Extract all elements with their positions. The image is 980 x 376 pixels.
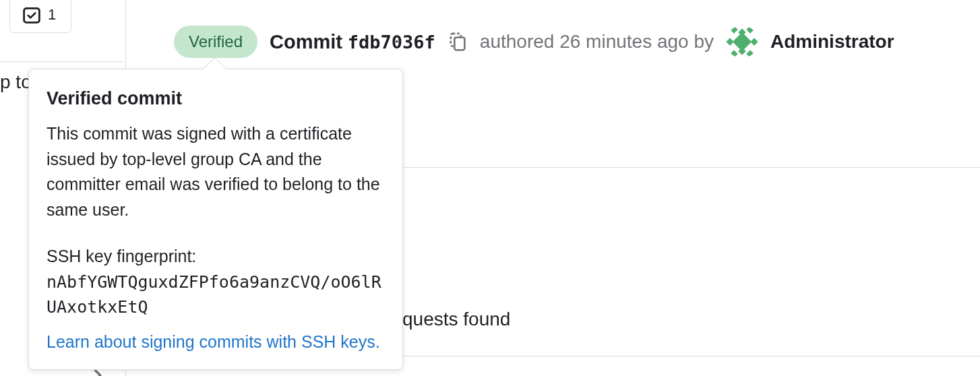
todo-button[interactable]: 1 <box>9 0 71 33</box>
authored-by: by <box>694 31 714 52</box>
commit-label: Commit fdb7036f <box>270 31 435 53</box>
svg-rect-2 <box>454 37 464 50</box>
commit-row: Verified Commit fdb7036f authored 26 min… <box>174 26 894 58</box>
authored-prefix: authored <box>480 31 555 52</box>
author-name[interactable]: Administrator <box>770 31 894 53</box>
authored-time: 26 minutes ago <box>559 31 688 52</box>
fingerprint-value: nAbfYGWTQguxdZFPfo6a9anzCVQ/oO6lRUAxotkx… <box>47 270 385 320</box>
todo-count: 1 <box>48 6 56 24</box>
fingerprint-label: SSH key fingerprint: <box>47 244 385 270</box>
popover-title: Verified commit <box>47 88 385 109</box>
copy-icon[interactable] <box>448 32 468 52</box>
verified-badge[interactable]: Verified <box>174 26 257 58</box>
learn-ssh-signing-link[interactable]: Learn about signing commits with SSH key… <box>47 332 380 351</box>
todo-icon <box>22 5 41 24</box>
authored-text: authored 26 minutes ago by <box>480 31 714 53</box>
commit-label-text: Commit <box>270 31 342 53</box>
commit-hash: fdb7036f <box>348 32 435 53</box>
avatar[interactable] <box>726 26 758 58</box>
merge-requests-text-fragment: quests found <box>402 309 510 330</box>
verified-commit-popover: Verified commit This commit was signed w… <box>28 69 403 370</box>
left-text-fragment: p to <box>0 71 32 93</box>
popover-body: This commit was signed with a certificat… <box>47 121 385 222</box>
